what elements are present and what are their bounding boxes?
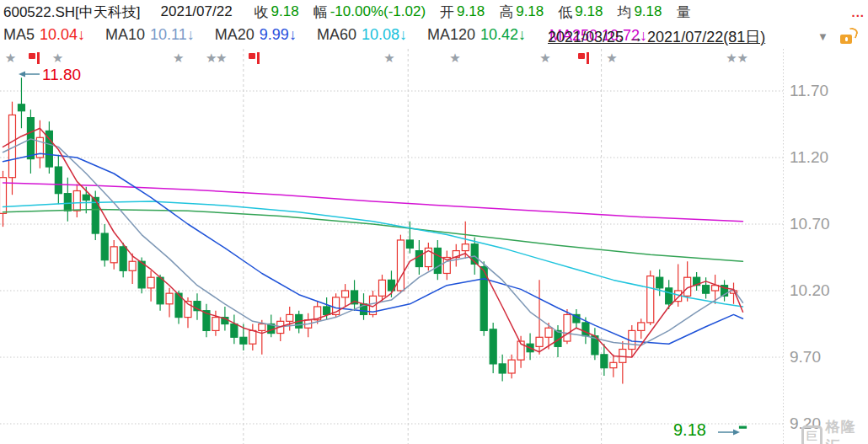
- y-axis-label: 10.20: [790, 281, 830, 300]
- candle-body: [536, 337, 543, 346]
- event-marker-star[interactable]: ★: [606, 52, 617, 65]
- gelonghui-watermark-text: 格隆汇: [826, 417, 868, 444]
- y-axis-label: 11.20: [790, 148, 828, 167]
- candle-body: [147, 277, 154, 288]
- candle-body: [545, 328, 552, 337]
- candle-body: [231, 324, 238, 338]
- period-high-annotation: 11.80: [42, 66, 81, 84]
- candle-body: [129, 261, 136, 270]
- event-marker-star[interactable]: ★: [52, 52, 63, 65]
- stock-chart-window: 600522.SH[中天科技] 2021/07/22 收9.18幅-10.00%…: [0, 0, 868, 444]
- high-annotation-arrowhead: [19, 72, 25, 78]
- candle-body: [212, 318, 219, 331]
- candle-body: [638, 323, 645, 330]
- event-marker-star[interactable]: ★: [383, 52, 394, 65]
- candle-body: [287, 314, 293, 321]
- candle-body: [240, 337, 247, 344]
- candle-body: [582, 323, 589, 336]
- y-axis-label: 10.70: [790, 215, 830, 233]
- candle-body: [342, 291, 349, 297]
- candle-body: [610, 362, 617, 367]
- candle-body: [73, 191, 80, 211]
- candle-body: [249, 330, 256, 344]
- candle-body: [471, 244, 478, 265]
- event-marker-flag[interactable]: [249, 52, 260, 64]
- candle-body: [110, 247, 117, 263]
- event-marker-star[interactable]: ★: [726, 52, 737, 65]
- last-price-annotation: 9.18: [673, 420, 706, 440]
- event-marker-star[interactable]: ★: [539, 52, 550, 65]
- candle-body: [434, 248, 441, 273]
- candle-body: [601, 355, 608, 368]
- date-range-selector[interactable]: 2021/03/25 → 2021/07/22(81日): [548, 27, 765, 47]
- y-axis-label: 11.70: [790, 82, 828, 100]
- event-marker-star[interactable]: ★: [216, 52, 227, 65]
- candle-body: [415, 251, 422, 267]
- candle-body: [324, 307, 330, 314]
- event-marker-star[interactable]: ★: [5, 52, 16, 65]
- candle-body: [138, 261, 145, 288]
- last-annotation-arrowhead: [733, 430, 740, 436]
- event-marker-star[interactable]: ★: [449, 52, 460, 65]
- event-marker-star[interactable]: ★: [737, 52, 748, 65]
- candle-body: [490, 329, 496, 364]
- candle-body: [378, 280, 385, 296]
- candle-body: [166, 293, 173, 304]
- candle-body: [656, 277, 663, 288]
- candle-body: [101, 233, 108, 260]
- candle-body: [120, 247, 126, 270]
- candle-body: [647, 276, 654, 323]
- candle-body: [740, 426, 747, 428]
- candle-body: [462, 244, 469, 251]
- event-marker-flag[interactable]: [578, 52, 589, 64]
- candle-body: [18, 104, 24, 111]
- candle-body: [64, 194, 71, 211]
- y-axis-label: 9.70: [790, 348, 821, 366]
- event-marker-star[interactable]: ★: [173, 52, 184, 65]
- candle-body: [564, 314, 571, 341]
- candle-body: [157, 277, 163, 304]
- candle-body: [499, 364, 506, 373]
- candle-body: [259, 324, 265, 331]
- candle-body: [666, 288, 672, 304]
- gelonghui-watermark: 巨 格隆汇: [801, 417, 868, 444]
- candle-body: [703, 286, 710, 293]
- candlestick-chart[interactable]: [0, 0, 868, 444]
- candle-body: [508, 360, 515, 373]
- candle-body: [83, 195, 89, 200]
- candle-body: [55, 167, 62, 194]
- candle-body: [397, 240, 404, 291]
- candle-body: [406, 240, 413, 248]
- gelonghui-logo-icon: 巨: [801, 425, 822, 444]
- candle-body: [27, 118, 34, 159]
- event-marker-flag[interactable]: [29, 52, 40, 64]
